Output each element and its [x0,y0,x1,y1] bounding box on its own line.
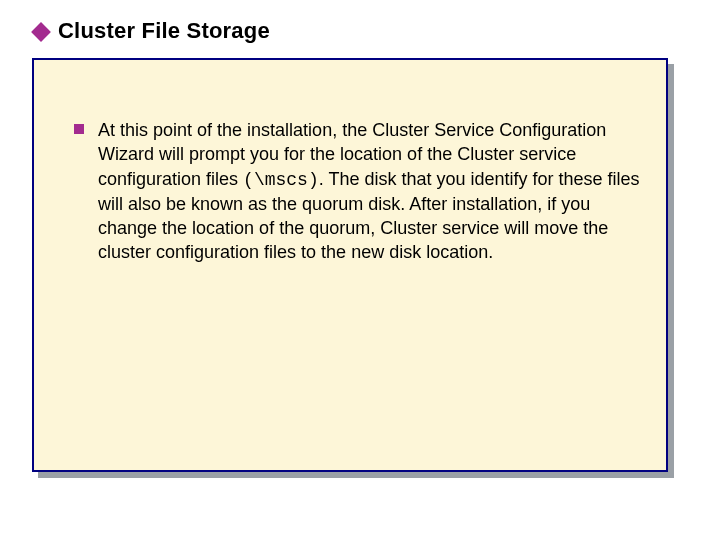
bullet-row: At this point of the installation, the C… [74,118,654,265]
body-text: At this point of the installation, the C… [98,118,654,265]
slide: Cluster File Storage At this point of th… [0,0,720,540]
square-bullet-icon [74,124,84,134]
slide-title-row: Cluster File Storage [34,18,270,44]
body-text-code: (\mscs) [243,170,319,190]
slide-title: Cluster File Storage [58,18,270,44]
diamond-icon [31,22,51,42]
